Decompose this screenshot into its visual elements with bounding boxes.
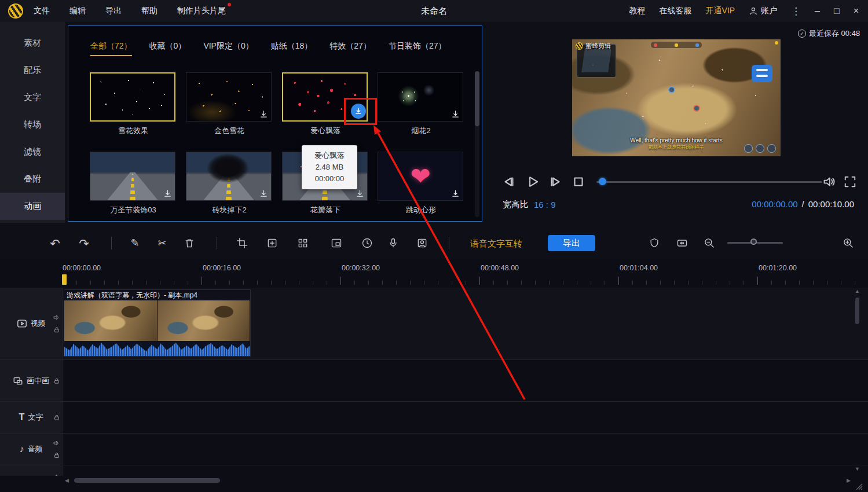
zoom-out-icon [704,237,715,249]
voiceover-button[interactable] [386,236,401,251]
next-frame-button[interactable] [548,174,563,189]
download-icon[interactable] [163,189,172,198]
minimize-button[interactable]: – [815,6,820,16]
sidebar-item-animation[interactable]: 动画 [0,193,65,220]
video-preview: Well, that's pretty much how it starts 那… [572,39,781,156]
menu-export[interactable]: 导出 [105,6,122,16]
gold-snow-thumbnail[interactable] [186,72,272,122]
speaker-icon[interactable] [53,473,60,476]
aspect-ratio-control[interactable]: 宽高比 16 : 9 [503,199,556,210]
crop-button[interactable] [235,236,250,251]
undo-button[interactable]: ↶ [47,236,63,251]
scroll-down-button[interactable]: ▼ [855,467,860,472]
mask-button[interactable] [647,236,662,251]
annotation-highlight-box [344,98,377,125]
library-scrollbar[interactable] [475,71,479,217]
split-button[interactable]: ✂ [155,236,170,251]
waveform-bars [64,341,250,356]
lock-icon[interactable] [53,414,60,421]
edit-button[interactable]: ✎ [127,236,142,251]
close-button[interactable]: × [854,6,859,16]
zoom-out-button[interactable] [702,236,717,251]
tab-effects[interactable]: 特效（27） [329,41,371,56]
menu-intro-outro[interactable]: 制作片头片尾 [177,6,226,16]
play-button[interactable] [525,174,540,189]
beating-heart-thumbnail[interactable]: ❤ [378,152,463,201]
scroll-right-button[interactable]: ▶ [847,478,851,483]
download-icon[interactable] [356,189,364,198]
lock-icon[interactable] [53,377,60,384]
tab-all[interactable]: 全部（72） [90,41,132,56]
stop-button[interactable] [571,174,586,189]
subtitle-cn: 那基本上就是它开始的样子 [572,144,781,150]
speaker-icon[interactable] [53,314,60,321]
export-button[interactable]: 导出 [548,235,595,251]
mosaic-button[interactable] [295,236,310,251]
download-icon[interactable] [451,189,460,198]
video-clip[interactable]: 游戏讲解（双语字幕，无水印）- 副本.mp4 [64,289,251,357]
horizontal-scrollbar[interactable] [74,478,220,483]
scroll-left-button[interactable]: ◀ [65,478,69,483]
sidebar-item-music[interactable]: 配乐 [0,57,65,84]
titlebar: 文件 编辑 导出 帮助 制作片头片尾 未命名 教程 在线客服 开通VIP 账户 … [0,0,868,22]
playback-slider[interactable] [596,181,822,183]
download-icon[interactable] [451,110,460,119]
autosave-text: 最近保存 00:48 [809,28,860,39]
playhead[interactable] [62,274,67,285]
tab-vip-only[interactable]: VIP限定（0） [203,41,253,56]
sidebar-item-overlay[interactable]: 叠附 [0,166,65,193]
download-icon[interactable] [259,110,268,119]
tutorial-link[interactable]: 教程 [629,6,646,16]
maximize-button[interactable]: □ [834,6,840,16]
sidebar-item-media[interactable]: 素材 [0,30,65,57]
menu-edit[interactable]: 编辑 [69,6,86,16]
app-logo-icon[interactable] [8,3,23,19]
fit-timeline-button[interactable] [675,236,690,251]
sidebar-item-text[interactable]: 文字 [0,84,65,111]
lock-icon[interactable] [53,326,60,333]
timeline-zoom-knob[interactable] [750,238,757,245]
account-button[interactable]: 账户 [749,6,777,16]
support-link[interactable]: 在线客服 [660,6,692,16]
library-scrollbar-thumb[interactable] [475,71,479,126]
bricks-fall2-thumbnail[interactable] [186,152,272,201]
autosave-status: ✓ 最近保存 00:48 [798,28,860,39]
toolbar-divider [217,237,217,249]
freeze-frame-button[interactable] [265,236,280,251]
video-track-controls [53,314,60,333]
menu-help[interactable]: 帮助 [141,6,158,16]
tab-stickers[interactable]: 贴纸（18） [271,41,313,56]
portrait-cutout-button[interactable] [415,236,430,251]
delete-button[interactable] [182,236,197,251]
tab-holiday[interactable]: 节日装饰（27） [389,41,446,56]
menu-file[interactable]: 文件 [34,6,50,16]
zoom-in-button[interactable] [841,236,856,251]
fireworks2-thumbnail[interactable] [378,72,463,122]
scroll-up-button[interactable]: ▲ [855,289,860,294]
more-menu-button[interactable]: ⋮ [791,5,801,17]
snow-effect-thumbnail[interactable] [90,72,175,122]
red-team-dot [654,43,657,47]
redo-button[interactable]: ↷ [76,236,91,251]
lock-icon[interactable] [53,452,60,459]
download-icon[interactable] [259,189,268,198]
vip-button[interactable]: 开通VIP [706,6,735,16]
sidebar-item-transition[interactable]: 转场 [0,111,65,138]
speech-text-convert-link[interactable]: 语音文字互转 [470,238,522,249]
aspect-ratio-value: 16 : 9 [534,200,556,210]
pip-track-icon [13,376,23,386]
playback-slider-knob[interactable] [599,178,606,185]
volume-button[interactable] [822,174,837,189]
vertical-scrollbar[interactable] [855,298,859,324]
tab-favorites[interactable]: 收藏（0） [149,41,186,56]
duration-button[interactable] [360,236,375,251]
sidebar-item-filter[interactable]: 滤镜 [0,138,65,166]
halloween03-thumbnail[interactable] [90,152,175,201]
ruler-ticks[interactable] [63,277,862,285]
library-item-label: 花瓣落下 [282,205,369,215]
overlay-frame-button[interactable] [329,236,344,251]
fullscreen-button[interactable] [843,174,858,189]
speaker-icon[interactable] [53,440,60,447]
prev-frame-button[interactable] [501,174,517,189]
resize-grip-icon[interactable] [855,483,863,490]
